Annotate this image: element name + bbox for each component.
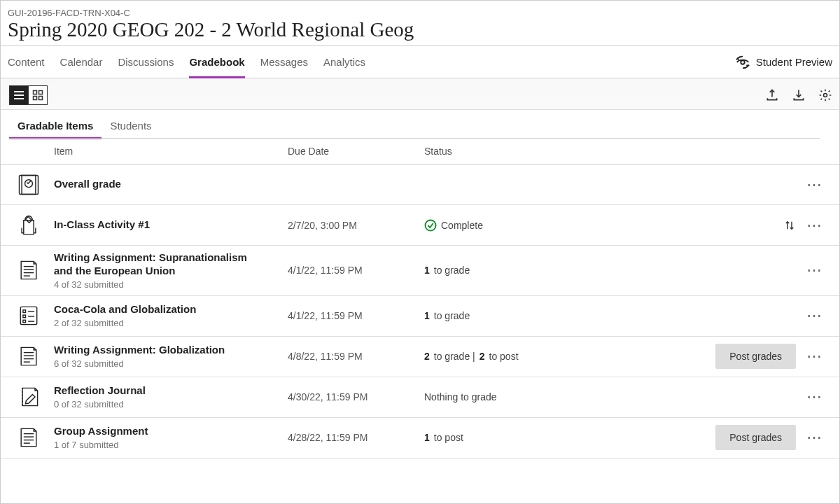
due-date: 4/1/22, 11:59 PM bbox=[288, 265, 424, 276]
svg-rect-5 bbox=[39, 91, 43, 94]
backpack-icon bbox=[16, 213, 54, 238]
badge-icon bbox=[16, 172, 54, 197]
svg-rect-20 bbox=[23, 315, 26, 318]
journal-icon bbox=[16, 384, 54, 410]
gradebook-row[interactable]: Group Assignment1 of 7 submitted4/28/22,… bbox=[1, 418, 839, 458]
test-icon bbox=[16, 303, 54, 328]
svg-rect-4 bbox=[34, 91, 37, 94]
svg-rect-7 bbox=[39, 97, 43, 100]
item-title: Overall grade bbox=[54, 178, 267, 191]
gradebook-row[interactable]: Overall grade⋯ bbox=[1, 164, 839, 205]
gear-icon[interactable] bbox=[818, 88, 832, 102]
item-title: In-Class Activity #1 bbox=[54, 218, 267, 232]
svg-rect-1 bbox=[14, 91, 24, 92]
row-menu-icon[interactable]: ⋯ bbox=[806, 353, 822, 360]
svg-rect-12 bbox=[26, 216, 32, 223]
preview-icon bbox=[735, 55, 750, 70]
sort-icon[interactable] bbox=[783, 219, 796, 232]
status-cell: 2 to grade | 2 to post bbox=[424, 351, 620, 362]
nav-tab-messages[interactable]: Messages bbox=[260, 46, 308, 78]
post-grades-button[interactable]: Post grades bbox=[715, 344, 796, 369]
student-preview-button[interactable]: Student Preview bbox=[735, 55, 832, 70]
item-title: Writing Assignment: Supranationalism and… bbox=[54, 251, 267, 278]
view-list-button[interactable] bbox=[9, 85, 29, 105]
due-date: 4/1/22, 11:59 PM bbox=[288, 310, 424, 321]
item-subtext: 6 of 32 submitted bbox=[54, 358, 267, 369]
svg-rect-2 bbox=[14, 94, 24, 96]
check-circle-icon bbox=[424, 219, 437, 232]
item-title: Reflection Journal bbox=[54, 384, 267, 398]
doc-icon bbox=[16, 425, 54, 450]
svg-rect-3 bbox=[14, 98, 24, 99]
student-preview-label: Student Preview bbox=[756, 56, 832, 68]
svg-point-13 bbox=[426, 220, 436, 230]
item-subtext: 2 of 32 submitted bbox=[54, 318, 267, 328]
nav-tab-calendar[interactable]: Calendar bbox=[60, 46, 103, 78]
status-cell: Nothing to grade bbox=[424, 391, 620, 402]
gradebook-toolbar bbox=[1, 78, 839, 110]
due-date: 4/8/22, 11:59 PM bbox=[288, 351, 424, 362]
row-menu-icon[interactable]: ⋯ bbox=[806, 434, 822, 441]
nav-tab-analytics[interactable]: Analytics bbox=[323, 46, 365, 78]
item-title: Group Assignment bbox=[54, 425, 267, 438]
row-menu-icon[interactable]: ⋯ bbox=[806, 393, 822, 400]
svg-rect-10 bbox=[22, 175, 36, 194]
subtab-gradable-items[interactable]: Gradable Items bbox=[18, 120, 93, 139]
gradebook-row[interactable]: Writing Assignment: Globalization6 of 32… bbox=[1, 337, 839, 377]
svg-point-0 bbox=[741, 60, 745, 64]
course-title: Spring 2020 GEOG 202 - 2 World Regional … bbox=[8, 18, 832, 41]
due-date: 4/28/22, 11:59 PM bbox=[288, 432, 424, 443]
upload-icon[interactable] bbox=[765, 88, 779, 102]
post-grades-button[interactable]: Post grades bbox=[715, 425, 796, 450]
doc-icon bbox=[16, 258, 54, 283]
course-navbar: ContentCalendarDiscussionsGradebookMessa… bbox=[1, 46, 839, 78]
doc-icon bbox=[16, 344, 54, 369]
svg-point-8 bbox=[824, 94, 827, 97]
gradebook-row[interactable]: In-Class Activity #12/7/20, 3:00 PMCompl… bbox=[1, 205, 839, 246]
item-title: Writing Assignment: Globalization bbox=[54, 344, 267, 357]
gradebook-row[interactable]: Coca-Cola and Globalization2 of 32 submi… bbox=[1, 296, 839, 337]
row-menu-icon[interactable]: ⋯ bbox=[806, 222, 822, 229]
item-subtext: 1 of 7 submitted bbox=[54, 440, 267, 450]
item-subtext: 4 of 32 submitted bbox=[54, 279, 267, 290]
course-id: GUI-20196-FACD-TRN-X04-C bbox=[8, 8, 832, 18]
due-date: 4/30/22, 11:59 PM bbox=[288, 391, 424, 402]
svg-rect-6 bbox=[34, 97, 37, 100]
col-status: Status bbox=[424, 146, 822, 157]
view-grid-button[interactable] bbox=[28, 85, 48, 105]
status-cell: Complete bbox=[424, 219, 620, 232]
download-icon[interactable] bbox=[792, 88, 806, 102]
svg-rect-21 bbox=[23, 320, 26, 323]
row-menu-icon[interactable]: ⋯ bbox=[806, 312, 822, 319]
due-date: 2/7/20, 3:00 PM bbox=[288, 220, 424, 231]
status-cell: 1 to grade bbox=[424, 265, 620, 276]
status-cell: 1 to grade bbox=[424, 310, 620, 321]
item-title: Coca-Cola and Globalization bbox=[54, 303, 267, 316]
nav-tab-content[interactable]: Content bbox=[8, 46, 45, 78]
gradebook-row[interactable]: Writing Assignment: Supranationalism and… bbox=[1, 246, 839, 296]
subtab-students[interactable]: Students bbox=[110, 120, 151, 139]
column-headers: Item Due Date Status bbox=[1, 139, 839, 164]
col-item: Item bbox=[54, 146, 288, 157]
nav-tab-discussions[interactable]: Discussions bbox=[118, 46, 174, 78]
svg-rect-19 bbox=[23, 310, 26, 313]
row-menu-icon[interactable]: ⋯ bbox=[806, 181, 822, 188]
item-subtext: 0 of 32 submitted bbox=[54, 399, 267, 410]
gradebook-row[interactable]: Reflection Journal0 of 32 submitted4/30/… bbox=[1, 377, 839, 418]
row-menu-icon[interactable]: ⋯ bbox=[806, 267, 822, 274]
course-header: GUI-20196-FACD-TRN-X04-C Spring 2020 GEO… bbox=[1, 1, 839, 46]
col-due: Due Date bbox=[288, 146, 424, 157]
status-cell: 1 to post bbox=[424, 432, 620, 443]
nav-tab-gradebook[interactable]: Gradebook bbox=[189, 46, 244, 78]
